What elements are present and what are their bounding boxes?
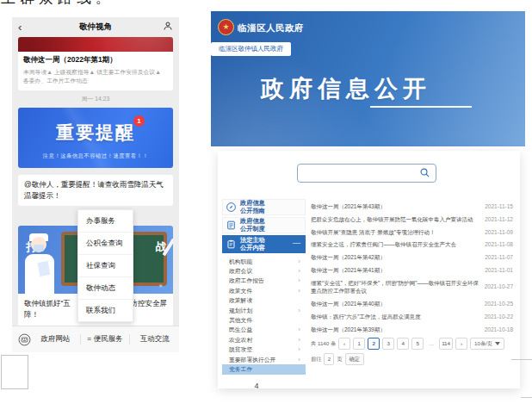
jump-page-input[interactable]: 2 <box>324 353 334 365</box>
account-title: 敬仲视角 <box>12 22 179 33</box>
article-date: 2021-11-08 <box>485 240 513 249</box>
sidebar-item-statutory-disclosure[interactable]: 法定主动 公开内容 — <box>222 235 306 253</box>
page-button-3[interactable]: 3 <box>382 338 394 350</box>
keyboard-icon[interactable] <box>18 333 31 346</box>
profile-person-icon[interactable] <box>163 21 173 31</box>
search-icon[interactable] <box>419 167 430 178</box>
subitem-key-deployments[interactable]: 重要部署执行公开› <box>222 355 306 364</box>
tab-gov-website[interactable]: 政府网站 <box>31 334 80 345</box>
article-date: 2021-11-01 <box>485 266 513 275</box>
tab-interaction[interactable]: 互动交流 <box>129 334 179 345</box>
subitem-party-affairs[interactable]: 党务工作 <box>222 364 306 374</box>
cutoff-table-cell <box>1 355 28 389</box>
article-link: 敬仲镇开展“查隐患 清底子 禁燃放”专项治理行动！ <box>311 228 479 237</box>
collapse-minus-icon[interactable]: — <box>293 239 300 247</box>
menu-item-housing-fund[interactable]: 公积金查询 <box>78 232 133 254</box>
wechat-panel: ‹ 敬仲视角 敬仲这一周（2022年第1期） 本周导读▲ 上级视察指导▲ 镇主要… <box>12 17 179 351</box>
sidebar-item-system[interactable]: 政府信息 公开制度 <box>222 217 306 233</box>
article-row[interactable]: 敬仲这一周（2021年第43期）2021-11-15 <box>311 202 513 211</box>
subitem-livelihood[interactable]: 民生公益› <box>222 326 306 335</box>
article-row[interactable]: 敬仲这一周（2021年第40期）2021-10-25 <box>311 300 513 308</box>
page-button-1[interactable]: 1 <box>353 338 365 350</box>
subitem-work-report[interactable]: 政府工作报告› <box>222 276 306 286</box>
chevron-right-icon: › <box>298 346 300 353</box>
article-date: 2021-10-25 <box>485 300 513 308</box>
article-link: 敬仲这一周（2021年第40期） <box>311 300 479 308</box>
notification-badge: 1 <box>133 115 145 127</box>
article-link: 把群众安危放在心上，敬仲镇开展防范一氧化碳中毒入户宣讲活动 <box>311 215 479 224</box>
article-row[interactable]: 把群众安危放在心上，敬仲镇开展防范一氧化碳中毒入户宣讲活动2021-11-12 <box>311 215 513 224</box>
jump-label: 前往 <box>311 356 321 363</box>
service-popup-menu: 办事服务 公积金查询 社保查询 敬仲动态 联系我们 <box>77 209 133 322</box>
chevron-right-icon: › <box>298 288 300 295</box>
alert-banner-title: 重要提醒 <box>18 121 173 145</box>
confirm-button[interactable]: 确定 <box>345 353 364 365</box>
subitem-poverty-alleviation[interactable]: 脱贫攻坚› <box>222 345 306 355</box>
next-page-button[interactable]: › <box>455 338 467 350</box>
doctor-mask <box>34 245 44 251</box>
cutoff-line <box>521 397 532 398</box>
search-box <box>297 164 436 183</box>
article-row[interactable]: 敬仲这一周（2021年第42期）2021-11-07 <box>311 253 513 262</box>
subitem-label: 规划计划 <box>229 307 252 315</box>
sub-site-tab[interactable]: 临淄区敬仲镇人民政府 <box>211 42 291 56</box>
article-date: 2021-10-22 <box>485 313 513 321</box>
article-row[interactable]: 敬仲这一周（2021年第41期）2021-11-01 <box>311 266 513 275</box>
doctor-clipboard <box>37 260 52 277</box>
chat-timestamp: 周一 14:23 <box>12 95 179 103</box>
pagination: 共 1140 条 ‹ 1 2 3 4 5 … 114 › 10条/页 <box>311 338 513 350</box>
article-title: 敬仲这一周（2022年第1期） <box>23 55 168 65</box>
subitem-label: 政府工作报告 <box>229 276 264 285</box>
chevron-right-icon: › <box>298 337 300 344</box>
subitem-org-functions[interactable]: 机构职能› <box>222 257 306 266</box>
caption-fragment-right: 防控安全屏 <box>131 298 168 309</box>
article-link: 敬仲这一周（2021年第43期） <box>311 202 479 211</box>
caret-down-icon <box>495 342 500 345</box>
article-row[interactable]: 敬仲镇开展“查隐患 清底子 禁燃放”专项治理行动！2021-11-09 <box>311 228 513 237</box>
subitem-policy-docs[interactable]: 政策文件› <box>222 286 306 295</box>
menu-item-news[interactable]: 敬仲动态 <box>78 276 133 299</box>
subitem-agriculture[interactable]: 农业农村› <box>222 335 306 345</box>
article-row[interactable]: 绷紧“安全弦”，把好“环保关”，织密“防护网”——敬仲镇召开安全环保重点防控工作… <box>311 279 513 296</box>
sidebar-item-label: 政府信息 公开制度 <box>240 218 265 233</box>
subitem-label: 政府会议 <box>229 267 252 276</box>
menu-item-contact[interactable]: 联系我们 <box>78 299 133 321</box>
site-name: 临淄区人民政府 <box>238 22 304 34</box>
chevron-right-icon: › <box>298 357 300 363</box>
chevron-right-icon: › <box>298 268 300 275</box>
subitem-label: 其他文件 <box>229 316 252 325</box>
page-button-2-active[interactable]: 2 <box>368 338 380 350</box>
document-icon <box>226 220 237 231</box>
subitem-plans[interactable]: 规划计划› <box>222 306 306 315</box>
subitem-policy-interpretation[interactable]: 政策解读 <box>222 296 306 306</box>
search-input[interactable] <box>303 165 418 181</box>
compass-icon <box>226 202 237 213</box>
subitem-label: 民生公益 <box>229 326 252 334</box>
subitem-label: 政策解读 <box>229 296 252 305</box>
page-button-5[interactable]: 5 <box>411 338 424 350</box>
subitem-gov-meetings[interactable]: 政府会议› <box>222 266 306 276</box>
menu-item-services[interactable]: 办事服务 <box>78 210 133 232</box>
caption-fragment-left: 敬仲镇抓好“五 <box>24 298 71 309</box>
cutoff-document-text: 上群众路线。 <box>1 0 114 8</box>
article-date: 2021-10-18 <box>485 326 513 334</box>
menu-item-social-security[interactable]: 社保查询 <box>78 254 133 276</box>
page-button-114[interactable]: 114 <box>439 338 453 350</box>
page-button-4[interactable]: 4 <box>397 338 409 350</box>
article-row[interactable]: 敬仲镇：践行“六步”工作法，提高群众满意度2021-10-22 <box>311 313 513 321</box>
alert-banner-card[interactable]: 重要提醒 1 注意！这条信息不容错过！速度查看！！ <box>18 108 173 168</box>
page-size-select[interactable]: 10条/页 <box>470 338 504 350</box>
subitem-other-docs[interactable]: 其他文件 <box>222 315 306 325</box>
article-card[interactable]: 敬仲这一周（2022年第1期） 本周导读▲ 上级视察指导▲ 镇主要工作安排及会议… <box>18 37 173 90</box>
chevron-right-icon: › <box>298 258 300 265</box>
subitem-label: 重要部署执行公开 <box>229 356 275 364</box>
article-row[interactable]: 绷紧安全之弦，拧紧责任阀门——敬仲镇召开安全生产大会2021-11-08 <box>311 240 513 249</box>
prev-page-button[interactable]: ‹ <box>338 338 350 350</box>
article-row[interactable]: 敬仲这一周（2021年第39期）2021-10-18 <box>311 326 513 334</box>
tab-citizen-services[interactable]: = 便民服务 <box>80 334 130 345</box>
sidebar-item-guide[interactable]: 政府信息 公开指南 <box>222 199 306 215</box>
page-size-value: 10条/页 <box>474 338 492 349</box>
page: 上群众路线。 ‹ 敬仲视角 敬仲这一周（2022年第1期） 本周导读▲ 上级视察… <box>0 0 532 416</box>
sidebar-item-label: 政府信息 公开指南 <box>240 200 265 214</box>
alert-message-card[interactable]: @敬仲人，重要提醒！请查收雨雪降温天气温馨提示！ <box>18 175 173 206</box>
